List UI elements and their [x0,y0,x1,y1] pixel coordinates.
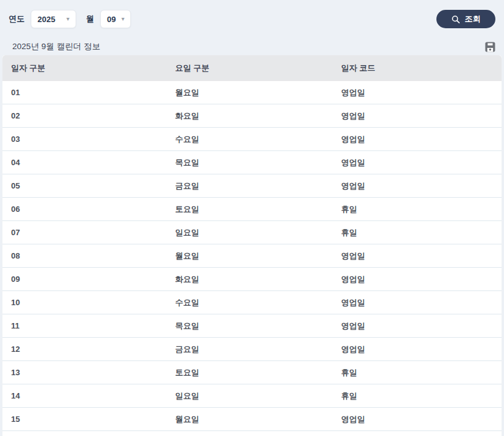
table-header-row: 일자 구분 요일 구분 일자 코드 [2,55,502,81]
cell-date: 01 [2,88,168,97]
table-row[interactable]: 12 금요일 영업일 [2,338,502,361]
cell-code: 영업일 [334,274,502,285]
cell-code: 영업일 [334,344,502,355]
save-button[interactable] [485,42,495,52]
cell-date: 08 [2,251,168,260]
table-row[interactable]: 13 토요일 휴일 [2,361,502,384]
cell-weekday: 수요일 [168,297,334,308]
column-header-code: 일자 코드 [334,63,502,74]
cell-date: 13 [2,368,168,377]
cell-date: 10 [2,298,168,307]
cell-date: 14 [2,391,168,400]
table-row[interactable]: 06 토요일 휴일 [2,198,502,221]
cell-code: 영업일 [334,111,502,122]
cell-date: 04 [2,158,168,167]
year-label: 연도 [9,14,25,25]
chevron-down-icon: ▾ [66,16,69,22]
cell-code: 영업일 [334,87,502,98]
cell-date: 15 [2,415,168,424]
table-row[interactable]: 09 화요일 영업일 [2,268,502,291]
panel-title: 2025년 9월 캘린더 정보 [12,41,100,52]
cell-code: 영업일 [334,134,502,145]
search-icon [451,15,460,24]
cell-weekday: 일요일 [168,227,334,238]
cell-date: 12 [2,345,168,354]
cell-date: 06 [2,204,168,214]
cell-date: 05 [2,181,168,190]
table-row[interactable]: 07 일요일 휴일 [2,221,502,244]
cell-code: 영업일 [334,157,502,168]
cell-weekday: 목요일 [168,321,334,332]
table-body: 01 월요일 영업일 02 화요일 영업일 03 수요일 영업일 04 목요일 … [2,81,502,431]
cell-code: 휴일 [334,204,502,215]
month-select-value: 09 [107,15,116,24]
search-button-label: 조회 [465,14,481,25]
table-row[interactable]: 11 목요일 영업일 [2,314,502,338]
cell-weekday: 화요일 [168,111,334,122]
cell-date: 11 [2,321,168,330]
cell-code: 영업일 [334,251,502,262]
table-row[interactable]: 10 수요일 영업일 [2,291,502,314]
cell-date: 03 [2,134,168,144]
cell-weekday: 토요일 [168,204,334,215]
calendar-table: 일자 구분 요일 구분 일자 코드 01 월요일 영업일 02 화요일 영업일 … [2,55,502,436]
month-label: 월 [86,14,94,25]
cell-weekday: 금요일 [168,181,334,192]
cell-weekday: 토요일 [168,367,334,378]
table-row[interactable]: 05 금요일 영업일 [2,174,502,198]
column-header-weekday: 요일 구분 [168,63,334,74]
cell-weekday: 월요일 [168,414,334,425]
table-row[interactable]: 15 월요일 영업일 [2,408,502,431]
cell-weekday: 수요일 [168,134,334,145]
toolbar: 연도 2025 ▾ 월 09 ▾ 조회 [0,0,504,38]
cell-code: 영업일 [334,181,502,192]
cell-date: 07 [2,228,168,237]
month-select[interactable]: 09 ▾ [100,10,131,28]
table-row[interactable]: 04 목요일 영업일 [2,151,502,174]
cell-code: 영업일 [334,414,502,425]
year-select-value: 2025 [37,15,55,24]
floppy-disk-icon [485,45,495,54]
table-row[interactable]: 08 월요일 영업일 [2,244,502,268]
cell-code: 휴일 [334,227,502,238]
cell-date: 09 [2,274,168,284]
table-row[interactable]: 01 월요일 영업일 [2,81,502,104]
table-row[interactable]: 14 일요일 휴일 [2,384,502,408]
cell-code: 휴일 [334,391,502,402]
year-select[interactable]: 2025 ▾ [31,10,76,28]
cell-code: 영업일 [334,321,502,332]
table-row[interactable]: 03 수요일 영업일 [2,128,502,151]
column-header-date: 일자 구분 [2,63,168,74]
cell-code: 영업일 [334,297,502,308]
cell-weekday: 금요일 [168,344,334,355]
panel-header: 2025년 9월 캘린더 정보 [0,38,504,55]
cell-weekday: 일요일 [168,391,334,402]
chevron-down-icon: ▾ [121,16,124,22]
cell-weekday: 월요일 [168,251,334,262]
cell-weekday: 목요일 [168,157,334,168]
cell-weekday: 월요일 [168,87,334,98]
cell-date: 02 [2,111,168,120]
cell-weekday: 화요일 [168,274,334,285]
cell-code: 휴일 [334,367,502,378]
table-row[interactable]: 02 화요일 영업일 [2,104,502,128]
search-button[interactable]: 조회 [436,10,495,28]
